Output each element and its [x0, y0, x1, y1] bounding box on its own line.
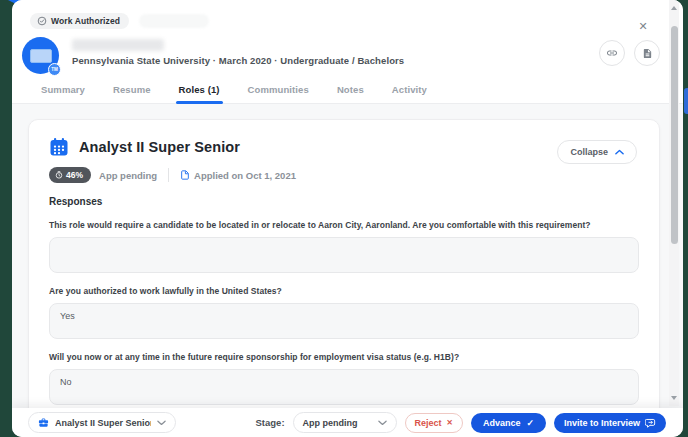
role-select-value: Analyst II Super Senior — [55, 418, 151, 428]
stage-select-value: App pending — [303, 418, 372, 428]
role-title: Analyst II Super Senior — [79, 139, 240, 155]
reject-label: Reject — [415, 418, 442, 428]
role-calendar-icon — [49, 137, 69, 157]
chevron-down-icon — [378, 420, 387, 426]
qa-answer: Yes — [49, 303, 639, 339]
redacted-badge — [139, 14, 209, 28]
chevron-down-icon — [157, 420, 166, 426]
resume-document-button[interactable] — [634, 40, 660, 66]
profile-header: Work Authorized ✕ TM Pennsylvania State … — [12, 0, 683, 104]
link-icon — [606, 47, 618, 59]
candidate-subtitle: Pennsylvania State University · March 20… — [72, 55, 404, 66]
invite-to-interview-button[interactable]: Invite to Interview — [554, 413, 666, 433]
close-icon[interactable]: ✕ — [635, 18, 651, 34]
vertical-scrollbar[interactable] — [669, 0, 679, 406]
id-card-icon — [30, 49, 52, 63]
applied-document-icon — [180, 170, 190, 180]
collapse-label: Collapse — [570, 147, 608, 157]
avatar-badge: TM — [48, 63, 61, 76]
tab-summary[interactable]: Summary — [40, 81, 86, 103]
qa-question: This role would require a candidate to b… — [49, 220, 639, 230]
qa-question: Are you authorized to work lawfully in t… — [49, 286, 639, 296]
candidate-profile-modal: Work Authorized ✕ TM Pennsylvania State … — [12, 0, 683, 437]
tab-notes[interactable]: Notes — [336, 81, 365, 103]
role-select-dropdown[interactable]: Analyst II Super Senior — [28, 412, 176, 433]
advance-button[interactable]: Advance ✓ — [471, 413, 546, 433]
profile-tabs: Summary Resume Roles (1) Communities Not… — [12, 81, 683, 104]
work-authorized-badge: Work Authorized — [30, 13, 129, 29]
bottom-action-bar: Analyst II Super Senior Stage: App pendi… — [12, 408, 683, 437]
candidate-name-redacted — [72, 39, 164, 51]
match-score-badge: 46% — [49, 167, 91, 183]
divider — [168, 168, 169, 182]
scroll-up-arrow-icon[interactable] — [671, 6, 677, 10]
scroll-down-arrow-icon[interactable] — [671, 396, 677, 400]
role-status-row: 46% App pending Applied on Oct 1, 2021 — [49, 167, 639, 183]
briefcase-icon — [38, 417, 49, 428]
invite-label: Invite to Interview — [564, 418, 640, 428]
check-circle-icon — [37, 16, 47, 26]
copy-link-button[interactable] — [599, 40, 625, 66]
check-icon: ✓ — [526, 418, 534, 428]
avatar: TM — [22, 37, 59, 74]
clock-icon — [55, 171, 63, 179]
qa-answer — [49, 237, 639, 273]
reject-button[interactable]: Reject ✕ — [405, 413, 463, 433]
match-percent: 46% — [66, 170, 83, 180]
scrollbar-thumb[interactable] — [671, 26, 678, 244]
applied-date-text: Applied on Oct 1, 2021 — [194, 170, 296, 181]
qa-question: Will you now or at any time in the futur… — [49, 352, 639, 362]
reject-x-icon: ✕ — [447, 418, 453, 427]
tab-roles[interactable]: Roles (1) — [178, 81, 221, 103]
stage-status-text: App pending — [99, 170, 157, 181]
advance-label: Advance — [483, 418, 521, 428]
document-icon — [642, 48, 653, 59]
tab-communities[interactable]: Communities — [247, 81, 310, 103]
qa-row: Will you now or at any time in the futur… — [49, 352, 639, 405]
responses-heading: Responses — [49, 196, 639, 207]
page-backdrop: Work Authorized ✕ TM Pennsylvania State … — [0, 0, 688, 437]
role-card: Analyst II Super Senior Collapse 46% — [28, 119, 660, 437]
stage-label: Stage: — [256, 417, 285, 428]
qa-row: Are you authorized to work lawfully in t… — [49, 286, 639, 339]
collapse-button[interactable]: Collapse — [557, 140, 637, 164]
qa-row: This role would require a candidate to b… — [49, 220, 639, 273]
invite-chat-icon — [645, 418, 656, 428]
stage-select-dropdown[interactable]: App pending — [293, 412, 397, 433]
chevron-up-icon — [615, 149, 624, 155]
tab-resume[interactable]: Resume — [112, 81, 152, 103]
backdrop-blue-sliver — [684, 88, 688, 114]
tab-activity[interactable]: Activity — [391, 81, 428, 103]
qa-answer: No — [49, 369, 639, 405]
work-authorized-label: Work Authorized — [51, 16, 120, 26]
